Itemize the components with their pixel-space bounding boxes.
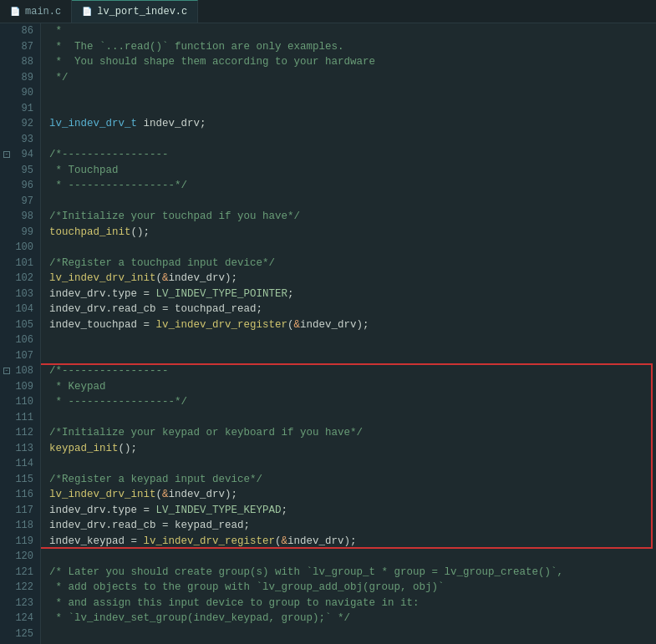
token: lv_indev_drv_init <box>49 489 156 500</box>
token: * The `...read()` function are only exam… <box>49 41 344 53</box>
code-line-100 <box>49 240 656 256</box>
token: keypad_init <box>49 443 119 454</box>
line-num-text: 100 <box>13 240 33 256</box>
token: * <box>49 25 62 37</box>
line-number-95: 95 <box>3 163 33 179</box>
code-line-111 <box>49 410 656 426</box>
fold-icon[interactable]: - <box>3 368 10 374</box>
tab-main_c[interactable]: 📄main.c <box>0 0 72 23</box>
code-line-113: keypad_init(); <box>49 441 656 457</box>
token: /*Initialize your keypad or keyboard if … <box>49 427 363 439</box>
token: /* Later you should create group(s) with… <box>49 566 563 578</box>
line-num-text: 88 <box>13 54 33 70</box>
line-num-text: 111 <box>13 410 33 426</box>
line-num-text: 118 <box>13 518 33 534</box>
line-num-text: 122 <box>13 580 33 596</box>
token: indev_drv); <box>169 489 238 500</box>
tab-lv_port_indev_c[interactable]: 📄lv_port_indev.c <box>72 0 198 23</box>
line-num-text: 102 <box>13 271 33 287</box>
token: indev_drv.read_cb = keypad_read; <box>49 520 250 531</box>
code-line-98: /*Initialize your touchpad if you have*/ <box>49 209 656 225</box>
line-numbers-panel: 8687888990919293-94959697989910010110210… <box>0 23 41 644</box>
line-number-108: -108 <box>3 363 33 379</box>
line-number-94: -94 <box>3 147 33 163</box>
line-number-119: 119 <box>3 534 33 550</box>
token: * -----------------*/ <box>49 180 187 191</box>
editor-area: 8687888990919293-94959697989910010110210… <box>0 23 656 644</box>
file-icon: 📄 <box>82 7 92 17</box>
code-line-117: indev_drv.type = LV_INDEV_TYPE_KEYPAD; <box>49 503 656 519</box>
line-num-text: 106 <box>13 332 33 348</box>
token: /*----------------- <box>49 365 169 377</box>
line-num-text: 107 <box>13 348 33 364</box>
line-number-93: 93 <box>3 132 33 148</box>
token: /*Register a touchpad input device*/ <box>49 257 275 269</box>
token: indev_drv.type = <box>49 505 156 516</box>
line-num-text: 124 <box>13 611 33 626</box>
tab-label: lv_port_indev.c <box>97 6 187 18</box>
file-icon: 📄 <box>10 7 20 17</box>
token: lv_indev_drv_register <box>144 535 276 547</box>
line-number-118: 118 <box>3 518 33 534</box>
code-line-96: * -----------------*/ <box>49 178 656 194</box>
line-number-104: 104 <box>3 302 33 317</box>
line-num-text: 101 <box>13 256 33 271</box>
token: lv_indev_drv_t <box>49 118 137 129</box>
token: indev_drv.type = <box>49 288 156 300</box>
token: ( <box>156 489 163 500</box>
code-area: * * The `...read()` function are only ex… <box>41 23 656 644</box>
token: ( <box>156 272 163 284</box>
token: /*----------------- <box>49 149 169 160</box>
token: indev_touchpad = <box>49 319 156 331</box>
line-number-111: 111 <box>3 410 33 426</box>
code-line-105: indev_touchpad = lv_indev_drv_register(&… <box>49 317 656 333</box>
token: * You should shape them according to you… <box>49 56 375 68</box>
line-number-89: 89 <box>3 70 33 86</box>
code-line-123: * and assign this input device to group … <box>49 596 656 611</box>
line-number-99: 99 <box>3 225 33 241</box>
line-number-92: 92 <box>3 116 33 132</box>
token: & <box>162 272 169 284</box>
token: indev_drv; <box>137 118 206 129</box>
line-number-124: 124 <box>3 611 33 626</box>
line-num-text: 117 <box>13 503 33 519</box>
token: ; <box>287 288 294 300</box>
token: lv_indev_drv_init <box>49 272 156 284</box>
code-line-102: lv_indev_drv_init(&indev_drv); <box>49 271 656 287</box>
code-line-108: /*----------------- <box>49 363 656 379</box>
token: ( <box>287 319 294 331</box>
code-line-103: indev_drv.type = LV_INDEV_TYPE_POINTER; <box>49 287 656 302</box>
token: & <box>282 535 288 547</box>
token: LV_INDEV_TYPE_KEYPAD <box>156 505 282 516</box>
line-number-100: 100 <box>3 240 33 256</box>
line-num-text: 104 <box>13 302 33 317</box>
fold-icon[interactable]: - <box>3 151 10 158</box>
token: * Touchpad <box>49 165 119 176</box>
line-num-text: 113 <box>13 441 33 457</box>
line-num-text: 116 <box>13 487 33 503</box>
line-num-text: 115 <box>13 472 33 488</box>
line-num-text: 93 <box>13 132 33 148</box>
token: ; <box>282 505 288 516</box>
code-line-107 <box>49 348 656 364</box>
token: (); <box>119 443 138 454</box>
line-num-text: 90 <box>13 85 33 101</box>
code-line-101: /*Register a touchpad input device*/ <box>49 256 656 271</box>
token: & <box>294 319 301 331</box>
line-number-109: 109 <box>3 379 33 395</box>
code-line-110: * -----------------*/ <box>49 394 656 410</box>
line-number-114: 114 <box>3 456 33 472</box>
line-number-103: 103 <box>3 287 33 302</box>
code-line-106 <box>49 332 656 348</box>
line-number-91: 91 <box>3 101 33 117</box>
code-line-91 <box>49 101 656 117</box>
token: * and assign this input device to group … <box>49 597 420 609</box>
line-number-120: 120 <box>3 549 33 565</box>
code-line-119: indev_keypad = lv_indev_drv_register(&in… <box>49 534 656 550</box>
code-line-124: * `lv_indev_set_group(indev_keypad, grou… <box>49 611 656 626</box>
token: /*Register a keypad input device*/ <box>49 474 262 485</box>
line-num-text: 120 <box>13 549 33 565</box>
line-num-text: 110 <box>13 394 33 410</box>
code-line-89: */ <box>49 70 656 86</box>
code-line-99: touchpad_init(); <box>49 225 656 241</box>
